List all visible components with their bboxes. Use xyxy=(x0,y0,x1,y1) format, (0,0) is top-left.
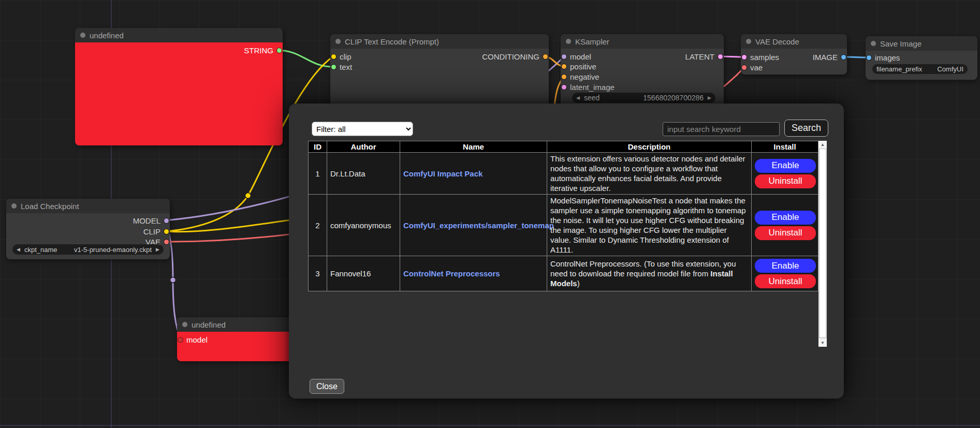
extension-link[interactable]: ComfyUI Impact Pack xyxy=(403,169,482,178)
input-dot-clip[interactable] xyxy=(331,54,336,59)
output-dot-vae[interactable] xyxy=(164,240,169,244)
input-slot-vae: vae xyxy=(742,63,763,72)
header-install: Install xyxy=(752,141,818,153)
collapse-dot[interactable] xyxy=(335,39,341,44)
header-author: Author xyxy=(327,141,400,153)
input-dot-model[interactable] xyxy=(178,337,183,342)
output-dot-model[interactable] xyxy=(164,218,169,223)
input-slot-text: text xyxy=(331,62,352,71)
extension-link[interactable]: ControlNet Preprocessors xyxy=(403,269,500,278)
decrement-arrow-icon[interactable]: ◀ xyxy=(576,95,580,100)
seed-widget[interactable]: ◀ seed 156680208700286 ▶ xyxy=(572,93,715,103)
node-titlebar[interactable]: VAE Decode xyxy=(741,34,847,49)
node-titlebar[interactable]: undefined xyxy=(75,28,283,42)
extension-name-cell: ComfyUI_experiments/sampler_tonemap xyxy=(400,195,547,256)
enable-button[interactable]: Enable xyxy=(755,159,816,173)
input-slot-samples: samples xyxy=(742,52,779,62)
input-dot-negative[interactable] xyxy=(562,75,566,79)
input-dot-text[interactable] xyxy=(331,65,336,69)
node-body-error xyxy=(75,42,283,145)
output-slot-image: IMAGE xyxy=(813,52,846,62)
input-slot-positive: positive xyxy=(562,62,596,71)
collapse-dot[interactable] xyxy=(80,33,85,38)
extension-name-cell: ComfyUI Impact Pack xyxy=(400,153,547,195)
scrollbar-thumb[interactable] xyxy=(819,149,826,338)
node-undefined-bottom[interactable]: undefined model xyxy=(177,317,294,361)
input-dot-model[interactable] xyxy=(562,54,566,59)
node-undefined-top[interactable]: undefined STRING xyxy=(75,28,283,145)
extension-id: 3 xyxy=(309,256,327,291)
uninstall-button[interactable]: Uninstall xyxy=(755,226,816,240)
input-dot-latent-image[interactable] xyxy=(562,85,566,90)
reroute-dot-model xyxy=(170,277,176,283)
node-titlebar[interactable]: Load Checkpoint xyxy=(6,199,170,213)
search-button[interactable]: Search xyxy=(784,120,828,137)
header-id: ID xyxy=(309,141,327,153)
next-arrow-icon[interactable]: ▶ xyxy=(156,247,159,252)
collapse-dot[interactable] xyxy=(746,39,751,44)
input-slot-images: images xyxy=(867,53,900,62)
node-save-image[interactable]: Save Image images filename_prefix ComfyU… xyxy=(866,36,977,80)
input-slot-clip: clip xyxy=(331,52,352,61)
extension-row: 3Fannovel16ControlNet PreprocessorsContr… xyxy=(309,256,818,291)
increment-arrow-icon[interactable]: ▶ xyxy=(708,95,711,100)
header-description: Description xyxy=(547,141,752,153)
extension-author: comfyanonymous xyxy=(327,195,400,256)
table-header-row: ID Author Name Description Install xyxy=(309,141,818,153)
extension-link[interactable]: ComfyUI_experiments/sampler_tonemap xyxy=(403,221,554,230)
output-dot-string[interactable] xyxy=(277,48,282,53)
enable-button[interactable]: Enable xyxy=(755,211,816,225)
extension-install-cell: EnableUninstall xyxy=(752,195,818,256)
node-titlebar[interactable]: undefined xyxy=(177,317,294,332)
collapse-dot[interactable] xyxy=(871,41,876,46)
extension-id: 1 xyxy=(309,153,327,195)
input-slot-latent-image: latent_image xyxy=(562,82,615,92)
output-dot-latent[interactable] xyxy=(718,54,723,59)
extension-name-cell: ControlNet Preprocessors xyxy=(400,256,547,291)
collapse-dot[interactable] xyxy=(566,39,571,44)
node-load-checkpoint[interactable]: Load Checkpoint MODEL CLIP VAE ◀ ckpt_na… xyxy=(6,199,170,259)
filename-prefix-widget[interactable]: filename_prefix ComfyUI xyxy=(872,64,968,74)
search-input[interactable] xyxy=(663,122,780,136)
enable-button[interactable]: Enable xyxy=(755,259,816,273)
node-titlebar[interactable]: Save Image xyxy=(866,36,977,51)
extension-author: Dr.Lt.Data xyxy=(327,153,400,195)
node-titlebar[interactable]: CLIP Text Encode (Prompt) xyxy=(330,34,549,49)
extension-description: ModelSamplerTonemapNoiseTest a node that… xyxy=(547,195,752,256)
output-dot-conditioning[interactable] xyxy=(543,54,548,59)
node-title: Load Checkpoint xyxy=(21,202,79,211)
node-title: VAE Decode xyxy=(755,37,799,46)
node-title: undefined xyxy=(192,320,226,329)
ckpt-name-widget[interactable]: ◀ ckpt_name v1-5-pruned-emaonly.ckpt ▶ xyxy=(12,244,164,255)
extension-description: This extension offers various detector n… xyxy=(547,153,752,195)
output-dot-image[interactable] xyxy=(841,55,846,60)
scroll-up-icon[interactable]: ▲ xyxy=(818,141,827,149)
node-ksampler[interactable]: KSampler model positive negative latent_… xyxy=(561,34,724,107)
extension-author: Fannovel16 xyxy=(327,256,400,291)
extension-id: 2 xyxy=(309,195,327,256)
collapse-dot[interactable] xyxy=(11,203,17,209)
input-dot-images[interactable] xyxy=(867,55,871,60)
canvas-axis-horizontal xyxy=(0,425,980,426)
input-dot-samples[interactable] xyxy=(742,55,747,60)
node-titlebar[interactable]: KSampler xyxy=(561,34,724,49)
input-dot-positive[interactable] xyxy=(562,64,566,69)
input-dot-vae[interactable] xyxy=(742,65,747,70)
table-scrollbar[interactable]: ▲ ▼ xyxy=(818,141,827,347)
extensions-table: ID Author Name Description Install 1Dr.L… xyxy=(308,141,818,291)
close-button[interactable]: Close xyxy=(310,379,344,394)
prev-arrow-icon[interactable]: ◀ xyxy=(17,247,20,252)
output-slot-latent: LATENT xyxy=(685,52,723,61)
uninstall-button[interactable]: Uninstall xyxy=(755,174,816,188)
collapse-dot[interactable] xyxy=(182,322,187,327)
extensions-table-container: ID Author Name Description Install 1Dr.L… xyxy=(308,141,827,347)
output-dot-clip[interactable] xyxy=(164,229,169,234)
output-slot-clip: CLIP xyxy=(143,227,169,236)
uninstall-button[interactable]: Uninstall xyxy=(755,274,816,288)
output-slot-model: MODEL xyxy=(133,216,169,225)
node-title: Save Image xyxy=(880,39,922,48)
extension-install-cell: EnableUninstall xyxy=(752,256,818,291)
scroll-down-icon[interactable]: ▼ xyxy=(818,339,827,347)
node-vae-decode[interactable]: VAE Decode samples vae IMAGE xyxy=(741,34,847,75)
filter-select[interactable]: Filter: all xyxy=(312,122,413,136)
